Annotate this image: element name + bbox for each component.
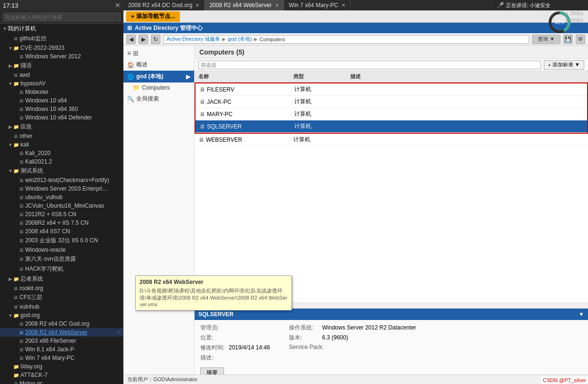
close-icon[interactable]: ✕ [115,1,121,9]
save-button[interactable]: 💾 [563,35,573,44]
ad-window: ⊞ Active Directory 管理中心 ◀ ▶ ↻ Active Dir… [123,23,588,384]
overview-icon: 🏠 [127,62,134,68]
taskbar: 2008 R2 x64 DC God.org ✕ 2008 R2 x64 Web… [123,0,493,10]
sidebar-item-win81-jack[interactable]: 🖥 Win 8.1 x64 Jack-P [0,345,123,354]
sidebar-item-win10-360[interactable]: 🖥 Windows 10 x64 360 [0,105,123,113]
sidebar-item-ws2003ent[interactable]: 🖥 Windows Server 2003 Enterprise Editi [0,184,123,193]
ad-content: ≡ ⊞ 🏠 概述 🌐 god (本地) ▶ 📁 Computers � [123,46,588,384]
sidebar-item-attck7[interactable]: 📁 ATT&CK-7 [0,371,123,379]
ad-nav-global-search[interactable]: 🔍 全局搜索 [123,93,194,105]
sidebar-item-emergency[interactable]: ▶ 📁 应急 [0,122,123,132]
sidebar-item-di6guan[interactable]: 🖥 第六关-svn信息泄露 [0,254,123,264]
sidebar-item-bypassav[interactable]: ▼ 📁 bypassAV [0,79,123,88]
sidebar-item-awd[interactable]: 🖥 awd [0,71,123,79]
jcvuln-label: JCVuln_Ubuntu16_MiniCanvas [25,202,123,209]
tab-2008r2-dc[interactable]: 2008 R2 x64 DC God.org ✕ [123,0,205,10]
version-value: 6.3 (9600) [322,334,348,341]
ad-nav-overview[interactable]: 🏠 概述 [123,59,194,71]
nav-tiles-icon[interactable]: ⊞ [133,49,139,57]
sidebar-item-kali2021[interactable]: 🖥 Kali2021.2 [0,157,123,166]
sidebar-item-2008iis7[interactable]: 🖥 2008 x64 IIS7 CN [0,227,123,236]
sidebar-item-kali2020[interactable]: 🖥 Kali_2020 [0,149,123,157]
sidebar-item-motoo[interactable]: 🖥 Motoo.nc [0,379,123,384]
detail-location: 位置: [200,334,270,342]
add-standard-label: 添加标准 ▼ [552,61,580,68]
kali2020-label: Kali_2020 [25,150,123,156]
back-button[interactable]: ◀ [126,35,136,44]
col-header-type: 类型 [289,72,346,81]
computer-row-fileserv[interactable]: 🖥 FILESERV 计算机 [196,83,587,96]
version-label: 版本: [289,334,322,342]
sidebar-item-other[interactable]: 🖥 other [0,132,123,140]
sidebar-item-ubuntu[interactable]: 🖥 ubuntu_vulhub [0,193,123,201]
sidebar-item-mycomputers[interactable]: ▼ 我的计算机 [0,24,123,34]
details-left-col: 管理员: 位置: 修改时间:2019/4/14 14:48 描述: [200,324,270,362]
sidebar-item-cve[interactable]: ▼ 📁 CVE-2022-26923 [0,44,123,52]
add-standard-icon: + [548,62,551,68]
refresh-button[interactable]: ↻ [151,35,160,44]
sidebar-item-2008r2iis[interactable]: 🖥 2008R2 x64 + IIS 7.5 CN [0,219,123,227]
sidebar-item-2008r2-dc[interactable]: 🖥 2008 R2 x64 DC God.org [0,320,123,328]
location-label: 位置: [200,334,229,342]
ad-left-nav: ≡ ⊞ 🏠 概述 🌐 god (本地) ▶ 📁 Computers � [123,46,195,384]
perf-area: 43% ▲ 0KB/s ▼ 0KB/s [545,10,583,34]
2008iis7-label: 2008 x64 IIS7 CN [25,228,123,235]
sidebar-item-win10-defender[interactable]: 🖥 Windows 10 x64 Defender [0,113,123,122]
add-nav-button[interactable]: + 添加导航节点... [126,11,180,22]
ad-nav-god-local[interactable]: 🌐 god (本地) ▶ [123,71,194,82]
search-button[interactable]: 查询 ▼ [532,35,560,44]
sidebar-item-win10[interactable]: 🖥 Windows 10 x64 [0,96,123,105]
sidebar-item-vulnhub[interactable]: 🖥 vulnhub [0,302,123,311]
search-input[interactable] [3,13,121,21]
sidebar-item-2003ent[interactable]: 🖥 2003 企业版 32位 IIS 6.0 CN [0,236,123,246]
sidebar-item-2008r2-web[interactable]: 🖥 2008 R2 x64 WebServer ☆ [0,328,123,337]
2003-file-label: 2003 x86 FileServer [25,338,123,344]
sidebar-item-ws2012[interactable]: 🖥 Windows Server 2012 [0,52,123,61]
sidebar-item-hacklearn[interactable]: 🖥 HACK学习靶机 [0,264,123,274]
sidebar-item-god-org[interactable]: ▼ 📁 god.org [0,311,123,320]
details-expand-icon[interactable]: ▼ [579,311,584,318]
github-label: github监控 [19,35,123,43]
perf-percent: 43% [555,20,564,25]
ad-nav-computers[interactable]: 📁 Computers [123,82,194,93]
sidebar-search-bar[interactable] [0,10,123,24]
mic-icon: 🎤 [497,2,504,9]
nav-list-icon[interactable]: ≡ [127,49,131,57]
marypc-type: 计算机 [290,109,347,119]
sidebar-item-0day[interactable]: 📁 0day.org [0,362,123,371]
sidebar-item-github[interactable]: 🖥 github监控 [0,34,123,44]
sidebar-item-2003-file[interactable]: 🖥 2003 x86 FileServer [0,337,123,345]
computer-row-webserver[interactable]: 🖥 WEBSERVER 计算机 [195,134,588,146]
cfs3-label: CFS三层 [19,293,123,302]
sidebar-item-rookit[interactable]: 🖥 rookit.org [0,284,123,293]
filter-input[interactable] [198,61,541,69]
add-standard-button[interactable]: + 添加标准 ▼ [544,60,584,70]
sidebar-item-kali[interactable]: ▼ 📁 kali [0,140,123,149]
tab-2008r2-web[interactable]: 2008 R2 x64 WebServer ✕ [205,0,284,10]
computer-row-jackpc[interactable]: 🖥 JACK-PC 计算机 [196,96,587,108]
bypassav-label: bypassAV [20,80,123,87]
sidebar-item-lure[interactable]: ▶ 📁 骚语 [0,61,123,71]
sidebar-item-2012r2[interactable]: 🖥 2012R2 + IIS8.5 CN [0,210,123,219]
tab-close-2[interactable]: ✕ [275,2,279,9]
sidebar-item-win7-mary[interactable]: 🖥 Win 7 x64 Mary-PC [0,354,123,362]
sidebar-item-mobexler[interactable]: 🖥 Mobexler [0,88,123,96]
sidebar-item-win2012test[interactable]: 🖥 win2012-test(Checkmarx+Fortify) [0,176,123,184]
sidebar-item-forgetter[interactable]: ▶ 📁 忍者系统 [0,274,123,284]
tab-close-3[interactable]: ✕ [341,2,345,9]
sidebar-item-cfs3[interactable]: 🖥 CFS三层 [0,293,123,302]
forward-button[interactable]: ▶ [139,35,148,44]
computer-row-sqlserver[interactable]: 🖥 SQLSERVER 计算机 [196,120,587,133]
breadcrumb-arrow2: ▶ [254,37,258,42]
sidebar-item-windows-oracle[interactable]: 🖥 Windows-oracle [0,246,123,254]
details-right-col: 操作系统:Windows Server 2012 R2 Datacenter 版… [289,324,416,362]
sidebar-item-jcvuln[interactable]: 🖥 JCVuln_Ubuntu16_MiniCanvas [0,201,123,210]
sidebar-item-testsys[interactable]: ▼ 📁 测试系统 [0,166,123,176]
add-nav-bar: + 添加导航节点... [123,10,588,23]
options-button[interactable]: ⚙ [576,35,585,44]
computer-row-marypc[interactable]: 🖥 MARY-PC 计算机 [196,108,587,120]
emergency-label: 应急 [20,123,123,131]
modified-value: 2019/4/14 14:48 [229,344,270,351]
tab-win7-mary[interactable]: Win 7 x64 Mary-PC ✕ [284,0,351,10]
tab-close-1[interactable]: ✕ [195,2,199,9]
